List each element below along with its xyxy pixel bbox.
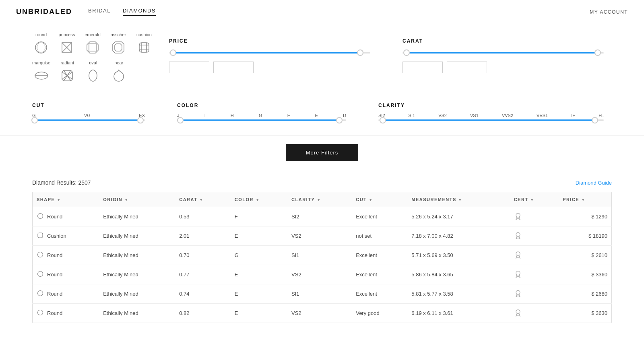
cell-carat: 0.53 xyxy=(175,207,231,226)
shape-marquise[interactable]: marquise xyxy=(32,60,50,84)
shape-emerald-label: emerald xyxy=(85,32,101,37)
shape-marquise-label: marquise xyxy=(32,60,50,65)
col-shape[interactable]: SHAPE ▾ xyxy=(33,192,99,207)
carat-thumb-right[interactable] xyxy=(594,49,601,56)
col-measurements[interactable]: MEASUREMENTS ▾ xyxy=(407,192,510,207)
carat-fill xyxy=(407,52,598,53)
color-label-2: H xyxy=(231,113,234,118)
table-row[interactable]: Cushion Ethically Mined 2.01 E VS2 not s… xyxy=(33,226,612,246)
cert-icon xyxy=(514,215,522,221)
price-slider[interactable] xyxy=(169,49,370,57)
diamond-guide-link[interactable]: Diamond Guide xyxy=(576,180,612,186)
more-filters-button[interactable]: More Filters xyxy=(286,144,359,161)
cell-cert xyxy=(510,304,559,323)
cell-price: $ 3630 xyxy=(559,304,611,323)
shape-emerald[interactable]: emerald xyxy=(84,32,101,56)
carat-slider[interactable] xyxy=(402,49,604,57)
clarity-label-4: VVS2 xyxy=(502,113,513,118)
cert-icon xyxy=(514,312,522,318)
clarity-label-1: SI1 xyxy=(409,113,415,118)
cut-slider[interactable]: G VG EX xyxy=(32,113,145,121)
col-carat[interactable]: CARAT ▾ xyxy=(175,192,231,207)
clarity-thumb-right[interactable] xyxy=(592,117,598,123)
price-fill xyxy=(173,52,360,53)
shape-icon-cell xyxy=(37,212,44,221)
col-clarity[interactable]: CLARITY ▾ xyxy=(287,192,352,207)
clarity-label-6: IF xyxy=(571,113,575,118)
svg-point-34 xyxy=(38,310,43,315)
cell-shape: Round xyxy=(33,284,99,304)
cell-color: E xyxy=(231,284,287,304)
carat-min-input[interactable]: 0.1ct xyxy=(402,62,443,73)
price-track xyxy=(169,52,370,53)
cut-color-clarity-filters: CUT G VG EX COLOR J I xyxy=(32,97,612,132)
price-max-input[interactable]: $30000 xyxy=(213,62,254,73)
cell-carat: 0.70 xyxy=(175,246,231,265)
cell-origin: Ethically Mined xyxy=(99,226,175,246)
table-row[interactable]: Round Ethically Mined 0.70 G SI1 Excelle… xyxy=(33,246,612,265)
color-thumb-left[interactable] xyxy=(177,117,184,123)
price-thumb-right[interactable] xyxy=(357,49,363,56)
cell-cut: not set xyxy=(352,226,407,246)
cell-shape: Round xyxy=(33,265,99,284)
cell-shape: Round xyxy=(33,246,99,265)
results-table-header-row: SHAPE ▾ ORIGIN ▾ CARAT ▾ COLOR ▾ CLARITY… xyxy=(33,192,612,207)
shape-row-bottom: marquise radiant xyxy=(32,60,153,84)
shape-name-cell: Round xyxy=(47,252,62,258)
col-color[interactable]: COLOR ▾ xyxy=(231,192,287,207)
shape-round-icon xyxy=(32,39,50,56)
color-label-6: D xyxy=(343,113,346,118)
col-price[interactable]: PRICE ▾ xyxy=(559,192,611,207)
filters-section: round princess xyxy=(0,24,644,136)
carat-title: CARAT xyxy=(402,38,604,44)
shape-asscher-label: asscher xyxy=(111,32,126,37)
cell-measurements: 5.71 x 5.69 x 3.50 xyxy=(407,246,510,265)
svg-point-24 xyxy=(38,214,43,219)
clarity-thumb-left[interactable] xyxy=(380,117,386,123)
svg-marker-1 xyxy=(37,42,45,53)
svg-line-5 xyxy=(62,47,67,52)
cell-price: $ 18190 xyxy=(559,226,611,246)
shape-oval[interactable]: oval xyxy=(84,60,102,84)
col-origin[interactable]: ORIGIN ▾ xyxy=(99,192,175,207)
color-filter: COLOR J I H G F E D xyxy=(169,97,354,132)
cell-price: $ 2610 xyxy=(559,246,611,265)
shape-radiant-icon xyxy=(58,67,76,84)
color-thumb-right[interactable] xyxy=(336,117,343,123)
shape-pear[interactable]: pear xyxy=(110,60,128,84)
logo: UNBRIDALED xyxy=(16,8,72,16)
price-min-input[interactable]: $50 xyxy=(169,62,209,73)
price-thumb-left[interactable] xyxy=(170,49,176,56)
sort-arrow-color: ▾ xyxy=(256,197,259,202)
shape-cushion[interactable]: cushion xyxy=(135,32,153,56)
shape-radiant[interactable]: radiant xyxy=(58,60,76,84)
cell-carat: 2.01 xyxy=(175,226,231,246)
col-cert[interactable]: CERT ▾ xyxy=(510,192,559,207)
nav-item-diamonds[interactable]: DIAMONDS xyxy=(123,8,156,16)
price-carat-filters: PRICE $50 $30000 CARAT xyxy=(169,32,612,88)
cut-thumb-left[interactable] xyxy=(31,117,38,123)
cert-icon xyxy=(514,234,522,241)
table-row[interactable]: Round Ethically Mined 0.74 E SI1 Excelle… xyxy=(33,284,612,304)
table-row[interactable]: Round Ethically Mined 0.77 E VS2 Excelle… xyxy=(33,265,612,284)
cell-origin: Ethically Mined xyxy=(99,246,175,265)
shape-asscher[interactable]: asscher xyxy=(109,32,127,56)
price-filter: PRICE $50 $30000 xyxy=(169,32,378,88)
shape-princess[interactable]: princess xyxy=(58,32,76,56)
table-row[interactable]: Round Ethically Mined 0.53 F SI2 Excelle… xyxy=(33,207,612,226)
table-row[interactable]: Round Ethically Mined 0.82 E VS2 Very go… xyxy=(33,304,612,323)
shape-round[interactable]: round xyxy=(32,32,50,56)
carat-thumb-left[interactable] xyxy=(403,49,410,56)
cell-shape: Cushion xyxy=(33,226,99,246)
nav-item-bridal[interactable]: BRIDAL xyxy=(88,8,111,16)
svg-point-28 xyxy=(38,252,43,257)
cut-title: CUT xyxy=(32,103,145,108)
my-account-link[interactable]: MY ACCOUNT xyxy=(590,9,628,15)
color-label-1: I xyxy=(204,113,206,118)
shape-name-cell: Cushion xyxy=(47,233,66,239)
clarity-slider[interactable]: SI2 SI1 VS2 VS1 VVS2 VVS1 IF FL xyxy=(378,113,604,121)
carat-max-input[interactable]: 5ct xyxy=(447,62,487,73)
color-slider[interactable]: J I H G F E D xyxy=(177,113,346,121)
cut-thumb-right[interactable] xyxy=(137,117,144,123)
col-cut[interactable]: CUT ▾ xyxy=(352,192,407,207)
